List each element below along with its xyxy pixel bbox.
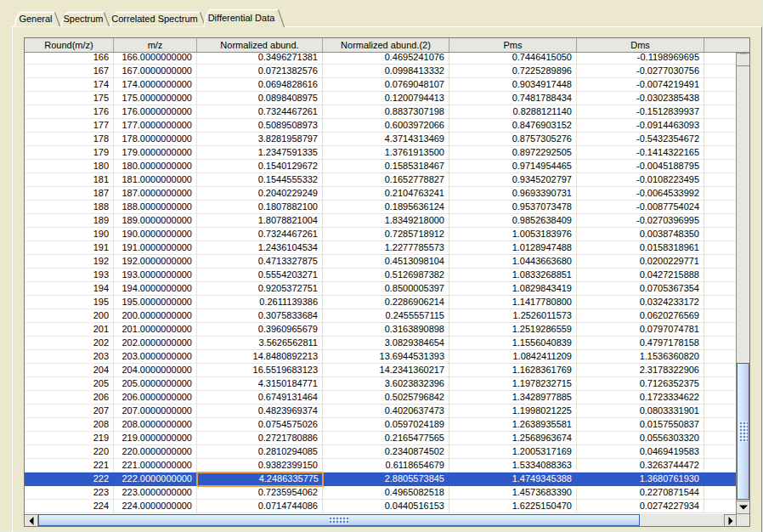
table-cell[interactable]: 3.8281958797 <box>197 133 323 146</box>
table-cell[interactable]: -0.0064533992 <box>577 187 704 201</box>
table-cell[interactable]: -0.0074219491 <box>577 78 704 92</box>
table-cell[interactable]: 0.7481788434 <box>449 92 577 105</box>
table-cell[interactable]: 1.0833268851 <box>449 269 577 282</box>
table-cell[interactable]: 0.6003972066 <box>323 119 449 133</box>
table-cell[interactable]: 0.1652778827 <box>323 173 449 187</box>
table-cell[interactable]: -0.1512839937 <box>577 105 704 119</box>
table-cell[interactable]: 0.1895636124 <box>323 201 449 214</box>
table-row[interactable]: 202202.00000000003.56265628113.082938465… <box>25 337 736 350</box>
table-cell[interactable]: 187 <box>25 187 114 201</box>
table-cell[interactable]: 0.1200794413 <box>323 92 449 105</box>
table-cell[interactable]: 0.4513098104 <box>323 255 449 269</box>
table-cell[interactable]: 0.2104763241 <box>323 187 449 201</box>
table-row[interactable]: 219219.00000000000.27217808860.216547756… <box>25 432 736 445</box>
table-cell[interactable]: 0.0721382576 <box>197 65 323 78</box>
table-cell[interactable]: -0.0045188795 <box>577 160 704 173</box>
table-cell[interactable]: 0.9345202797 <box>449 173 577 187</box>
table-row[interactable]: 187187.00000000000.20402292490.210476324… <box>25 187 736 201</box>
table-cell[interactable]: 221.0000000000 <box>114 459 197 473</box>
table-cell[interactable]: -0.0270396995 <box>577 214 704 228</box>
table-row[interactable]: 200200.00000000000.30758336840.245555711… <box>25 309 736 323</box>
table-row[interactable]: 205205.00000000004.31501847713.602383239… <box>25 377 736 391</box>
table-cell[interactable]: 0.7285718912 <box>323 228 449 241</box>
table-cell[interactable]: 0.9382399150 <box>197 459 323 473</box>
table-cell[interactable]: 0.1585318467 <box>323 160 449 173</box>
table-cell[interactable]: 1.2347591335 <box>197 146 323 160</box>
table-cell[interactable]: 222 <box>25 473 114 486</box>
table-cell[interactable]: 3.0829384654 <box>323 337 449 350</box>
table-cell[interactable]: 204 <box>25 364 114 377</box>
column-header[interactable]: Dms <box>577 38 704 52</box>
table-cell[interactable]: 0.0157550837 <box>577 418 704 432</box>
table-cell[interactable]: 1.3428977885 <box>449 391 577 405</box>
table-cell[interactable]: 175 <box>25 92 114 105</box>
table-row[interactable]: 207207.00000000000.48239693740.402063747… <box>25 405 736 418</box>
table-row[interactable]: 192192.00000000000.47133278750.451309810… <box>25 255 736 269</box>
table-cell[interactable]: 166.0000000000 <box>114 53 197 65</box>
column-header[interactable]: Normalized abund. <box>197 38 323 52</box>
table-cell[interactable]: 4.3714313469 <box>323 133 449 146</box>
table-row[interactable]: 193193.00000000000.55542032710.512698738… <box>25 269 736 282</box>
table-cell[interactable]: 167 <box>25 65 114 78</box>
scroll-right-button[interactable] <box>724 514 736 526</box>
table-cell[interactable]: 188 <box>25 201 114 214</box>
table-cell[interactable]: 0.0158318961 <box>577 241 704 255</box>
table-cell[interactable]: 0.8972292505 <box>449 146 577 160</box>
table-row[interactable]: 181181.00000000000.15445553320.165277882… <box>25 173 736 187</box>
table-cell[interactable]: 0.0440516153 <box>323 500 449 513</box>
table-cell[interactable]: 0.0998413332 <box>323 65 449 78</box>
tab-spectrum[interactable]: Spectrum <box>61 13 110 27</box>
table-cell[interactable]: 0.0803331901 <box>577 405 704 418</box>
scroll-left-button[interactable] <box>25 514 38 526</box>
table-cell[interactable]: 181 <box>25 173 114 187</box>
table-cell[interactable]: 0.7225289896 <box>449 65 577 78</box>
table-cell[interactable]: 167.0000000000 <box>114 65 197 78</box>
table-cell[interactable]: 1.1628361769 <box>449 364 577 377</box>
table-cell[interactable]: 206 <box>25 391 114 405</box>
table-cell[interactable]: 0.7324467261 <box>197 228 323 241</box>
table-cell[interactable]: -0.5432354672 <box>577 133 704 146</box>
table-cell[interactable]: 0.9537073478 <box>449 201 577 214</box>
table-cell[interactable]: 0.1807882100 <box>197 201 323 214</box>
table-cell[interactable]: 205.0000000000 <box>114 377 197 391</box>
table-cell[interactable]: 0.2810294085 <box>197 445 323 459</box>
table-cell[interactable]: 0.4823969374 <box>197 405 323 418</box>
table-cell[interactable]: 0.8837307198 <box>323 105 449 119</box>
table-cell[interactable]: 190 <box>25 228 114 241</box>
table-cell[interactable]: 0.2455557115 <box>323 309 449 323</box>
table-cell[interactable]: 195 <box>25 296 114 309</box>
table-cell[interactable]: 223 <box>25 486 114 500</box>
table-cell[interactable]: 202.0000000000 <box>114 337 197 350</box>
table-cell[interactable]: 0.0556303320 <box>577 432 704 445</box>
table-cell[interactable]: 0.7446415050 <box>449 53 577 65</box>
table-row[interactable]: 221221.00000000000.93823991500.611865467… <box>25 459 736 473</box>
table-cell[interactable]: 0.0324233172 <box>577 296 704 309</box>
table-cell[interactable]: 206.0000000000 <box>114 391 197 405</box>
table-cell[interactable]: 1.2519286559 <box>449 323 577 337</box>
table-cell[interactable]: 203 <box>25 350 114 364</box>
table-cell[interactable]: 0.3960965679 <box>197 323 323 337</box>
table-cell[interactable]: 1.2436104534 <box>197 241 323 255</box>
table-cell[interactable]: 191.0000000000 <box>114 241 197 255</box>
table-row[interactable]: 191191.00000000001.24361045341.227778557… <box>25 241 736 255</box>
table-cell[interactable]: 0.0038748350 <box>577 228 704 241</box>
table-cell[interactable]: 1.8349218000 <box>323 214 449 228</box>
table-cell[interactable]: 205 <box>25 377 114 391</box>
table-cell[interactable]: 203.0000000000 <box>114 350 197 364</box>
table-cell[interactable]: 0.5089508973 <box>197 119 323 133</box>
table-cell[interactable]: 0.3075833684 <box>197 309 323 323</box>
table-cell[interactable]: 1.0128947488 <box>449 241 577 255</box>
tab-differential-data[interactable]: Differential Data <box>204 10 285 28</box>
table-cell[interactable]: 200.0000000000 <box>114 309 197 323</box>
table-cell[interactable]: 0.4020637473 <box>323 405 449 418</box>
column-header[interactable]: Normalized abund.(2) <box>323 38 449 52</box>
table-cell[interactable]: 204.0000000000 <box>114 364 197 377</box>
table-row[interactable]: 203203.000000000014.848089221313.6944531… <box>25 350 736 364</box>
column-header[interactable]: Round(m/z) <box>25 38 114 52</box>
table-cell[interactable]: 1.3680761930 <box>577 473 704 486</box>
table-cell[interactable]: 180 <box>25 160 114 173</box>
table-cell[interactable]: 1.0443663680 <box>449 255 577 269</box>
table-cell[interactable]: -0.1198969695 <box>577 53 704 65</box>
table-cell[interactable]: 0.4713327875 <box>197 255 323 269</box>
table-cell[interactable]: 0.4965082518 <box>323 486 449 500</box>
